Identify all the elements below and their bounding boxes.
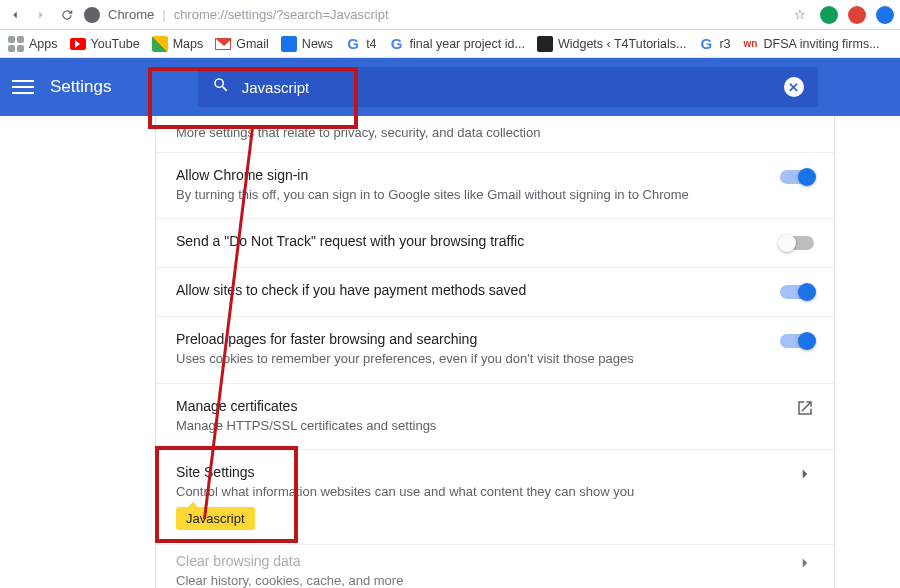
- bookmark-news[interactable]: News: [281, 36, 333, 52]
- bookmark-youtube[interactable]: YouTube: [70, 36, 140, 52]
- page-title: Settings: [50, 77, 111, 97]
- menu-icon[interactable]: [12, 76, 34, 98]
- bookmark-gmail[interactable]: Gmail: [215, 36, 269, 52]
- search-input[interactable]: [242, 79, 772, 96]
- bookmark-t4[interactable]: Gt4: [345, 36, 376, 52]
- external-link-icon: [796, 398, 814, 418]
- toggle-chrome-signin[interactable]: [780, 170, 814, 184]
- browser-toolbar: Chrome | chrome://settings/?search=Javas…: [0, 0, 900, 30]
- settings-row-more-settings[interactable]: More settings that relate to privacy, se…: [156, 116, 834, 152]
- url-scheme-label: Chrome: [108, 7, 154, 22]
- settings-row-preload[interactable]: Preload pages for faster browsing and se…: [156, 316, 834, 382]
- back-button[interactable]: [6, 6, 24, 24]
- reload-button[interactable]: [58, 6, 76, 24]
- address-bar[interactable]: Chrome | chrome://settings/?search=Javas…: [84, 7, 812, 23]
- settings-header: Settings ✕: [0, 58, 900, 116]
- search-match-chip: Javascript: [176, 507, 255, 530]
- bookmark-apps[interactable]: Apps: [8, 36, 58, 52]
- settings-row-chrome-signin[interactable]: Allow Chrome sign-in By turning this off…: [156, 152, 834, 218]
- extension-icon[interactable]: [820, 6, 838, 24]
- extension-icon[interactable]: [848, 6, 866, 24]
- settings-row-site-settings[interactable]: Site Settings Control what information w…: [156, 449, 834, 544]
- bookmarks-bar: Apps YouTube Maps Gmail News Gt4 Gfinal …: [0, 30, 900, 58]
- url-text: chrome://settings/?search=Javascript: [174, 7, 786, 22]
- chevron-right-icon: [796, 553, 814, 573]
- settings-row-payment-check[interactable]: Allow sites to check if you have payment…: [156, 267, 834, 316]
- settings-row-clear-data[interactable]: Clear browsing data Clear history, cooki…: [156, 544, 834, 588]
- bookmark-star-icon[interactable]: ☆: [794, 7, 812, 22]
- toggle-payment-check[interactable]: [780, 285, 814, 299]
- search-icon: [212, 76, 230, 98]
- toggle-preload[interactable]: [780, 334, 814, 348]
- bookmark-maps[interactable]: Maps: [152, 36, 204, 52]
- extensions-area: [820, 6, 894, 24]
- clear-search-icon[interactable]: ✕: [784, 77, 804, 97]
- chrome-icon: [84, 7, 100, 23]
- settings-card: More settings that relate to privacy, se…: [155, 116, 835, 588]
- bookmark-r3[interactable]: Gr3: [698, 36, 730, 52]
- settings-search-box[interactable]: ✕: [198, 67, 818, 107]
- extension-icon[interactable]: [876, 6, 894, 24]
- toggle-do-not-track[interactable]: [780, 236, 814, 250]
- bookmark-dfsa[interactable]: wnDFSA inviting firms...: [743, 36, 880, 52]
- chevron-right-icon: [796, 464, 814, 484]
- settings-row-do-not-track[interactable]: Send a "Do Not Track" request with your …: [156, 218, 834, 267]
- settings-row-certificates[interactable]: Manage certificates Manage HTTPS/SSL cer…: [156, 383, 834, 449]
- forward-button[interactable]: [32, 6, 50, 24]
- bookmark-fyp[interactable]: Gfinal year project id...: [389, 36, 525, 52]
- bookmark-widgets[interactable]: Widgets ‹ T4Tutorials...: [537, 36, 687, 52]
